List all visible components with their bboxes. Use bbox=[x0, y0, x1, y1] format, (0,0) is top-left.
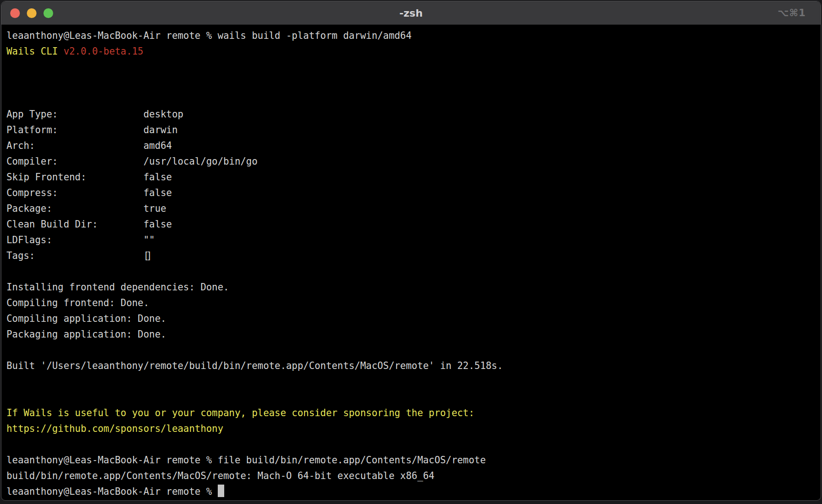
terminal-line: Clean Build Dir: false bbox=[6, 216, 816, 232]
empty-tags-value: [] bbox=[143, 250, 149, 261]
terminal-line: leaanthony@Leas-MacBook-Air remote % bbox=[6, 484, 816, 499]
terminal-text-segment: Arch: amd64 bbox=[6, 140, 172, 151]
terminal-line: Installing frontend dependencies: Done. bbox=[6, 279, 816, 295]
terminal-text-segment: Compress: false bbox=[6, 187, 172, 198]
window-title: -zsh bbox=[1, 7, 821, 19]
terminal-line: leaanthony@Leas-MacBook-Air remote % fil… bbox=[6, 452, 816, 468]
terminal-text-segment: Tags: bbox=[6, 250, 143, 261]
terminal-text-segment: Installing frontend dependencies: Done. bbox=[6, 282, 229, 293]
terminal-text-segment: build/bin/remote.app/Contents/MacOS/remo… bbox=[6, 470, 435, 481]
terminal-text-segment: Platform: darwin bbox=[6, 124, 178, 135]
terminal-line bbox=[6, 59, 816, 75]
terminal-text-segment: leaanthony@Leas-MacBook-Air remote % bbox=[6, 486, 218, 497]
terminal-line bbox=[6, 374, 816, 389]
terminal-line: Wails CLI v2.0.0-beta.15 bbox=[6, 43, 816, 59]
terminal-text-segment: Built '/Users/leaanthony/remote/build/bi… bbox=[6, 360, 503, 371]
terminal-line bbox=[6, 91, 816, 106]
terminal-line: Compiler: /usr/local/go/bin/go bbox=[6, 154, 816, 169]
terminal-line: Platform: darwin bbox=[6, 122, 816, 138]
terminal-line: https://github.com/sponsors/leaanthony bbox=[6, 421, 816, 436]
terminal-line: Compress: false bbox=[6, 185, 816, 201]
terminal-line bbox=[6, 342, 816, 358]
terminal-text-segment: https://github.com/sponsors/leaanthony bbox=[6, 423, 223, 434]
terminal-text-segment: v2.0.0-beta.15 bbox=[63, 46, 143, 57]
terminal-line: Compiling frontend: Done. bbox=[6, 295, 816, 311]
terminal-text-segment: leaanthony@Leas-MacBook-Air remote % wai… bbox=[6, 30, 411, 41]
terminal-line bbox=[6, 75, 816, 91]
terminal-line: Built '/Users/leaanthony/remote/build/bi… bbox=[6, 358, 816, 374]
terminal-line: Skip Frontend: false bbox=[6, 169, 816, 185]
text-cursor[interactable] bbox=[218, 485, 224, 497]
close-button[interactable] bbox=[10, 8, 20, 18]
terminal-window: -zsh ⌥⌘1 leaanthony@Leas-MacBook-Air rem… bbox=[1, 1, 821, 501]
terminal-line bbox=[6, 389, 816, 405]
terminal-text-segment: App Type: desktop bbox=[6, 109, 184, 120]
terminal-text-segment: leaanthony@Leas-MacBook-Air remote % fil… bbox=[6, 455, 486, 466]
terminal-line: Packaging application: Done. bbox=[6, 326, 816, 342]
traffic-lights bbox=[1, 8, 53, 18]
terminal-text-segment: Package: true bbox=[6, 203, 166, 214]
terminal-line: Compiling application: Done. bbox=[6, 311, 816, 326]
terminal-line: leaanthony@Leas-MacBook-Air remote % wai… bbox=[6, 28, 816, 43]
terminal-text-segment: Skip Frontend: false bbox=[6, 172, 172, 183]
terminal-text-segment: If Wails is useful to you or your compan… bbox=[6, 407, 474, 418]
zoom-button[interactable] bbox=[43, 8, 53, 18]
minimize-button[interactable] bbox=[27, 8, 37, 18]
terminal-line bbox=[6, 436, 816, 452]
terminal-text-segment: Compiling application: Done. bbox=[6, 313, 166, 324]
terminal-text-segment: Clean Build Dir: false bbox=[6, 219, 172, 230]
terminal-text-segment: Packaging application: Done. bbox=[6, 329, 166, 340]
tab-shortcut-badge: ⌥⌘1 bbox=[778, 7, 806, 18]
terminal-line: If Wails is useful to you or your compan… bbox=[6, 405, 816, 421]
terminal-line bbox=[6, 264, 816, 279]
terminal-line: LDFlags: "" bbox=[6, 232, 816, 248]
terminal-text-segment: LDFlags: "" bbox=[6, 234, 155, 246]
terminal-output-area[interactable]: leaanthony@Leas-MacBook-Air remote % wai… bbox=[1, 25, 821, 499]
terminal-line: Tags: [] bbox=[6, 248, 816, 264]
terminal-text-segment: Compiling frontend: Done. bbox=[6, 297, 149, 308]
terminal-line: App Type: desktop bbox=[6, 106, 816, 122]
terminal-text-segment: Compiler: /usr/local/go/bin/go bbox=[6, 156, 258, 167]
terminal-line: Arch: amd64 bbox=[6, 138, 816, 154]
title-bar[interactable]: -zsh ⌥⌘1 bbox=[1, 1, 821, 25]
terminal-line: Package: true bbox=[6, 201, 816, 216]
terminal-text-segment: Wails CLI bbox=[6, 46, 63, 57]
terminal-line: build/bin/remote.app/Contents/MacOS/remo… bbox=[6, 468, 816, 484]
